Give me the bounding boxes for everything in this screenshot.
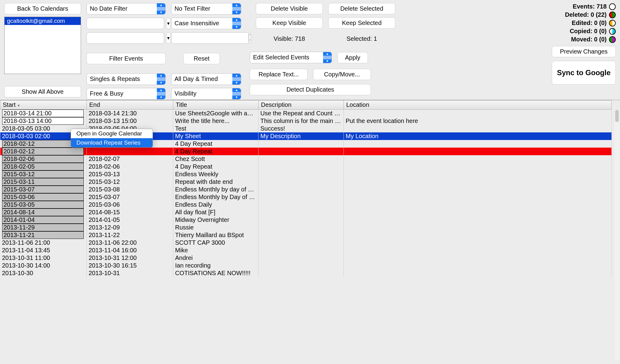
cell-title[interactable]: Write the title here... xyxy=(173,117,259,125)
cell-start[interactable]: 2015-03-07 xyxy=(0,186,87,193)
cell-title[interactable]: Endless Monthly by day of week xyxy=(173,186,259,193)
cell-end[interactable]: 2015-03-12 xyxy=(87,178,173,186)
stepper-icon[interactable]: ˄˅ xyxy=(249,32,251,44)
calendar-listbox[interactable]: gcaltoolkit@gmail.com xyxy=(4,17,81,74)
cell-start[interactable]: 2013-11-04 13:45 xyxy=(0,247,87,254)
cell-location[interactable] xyxy=(344,239,612,247)
table-row[interactable]: 2015-03-052015-03-06Endless Daily xyxy=(0,201,612,208)
cell-end[interactable]: 2018-03-14 21:30 xyxy=(87,110,173,117)
table-row[interactable]: 2015-03-122015-03-13Endless Weekly xyxy=(0,170,612,178)
table-row[interactable]: 2013-11-212013-11-22Thierry Maillard au … xyxy=(0,231,612,239)
cell-title[interactable]: Test xyxy=(173,125,259,132)
cell-title[interactable]: All day float [F] xyxy=(173,208,259,216)
text-filter-select[interactable]: No Text Filter ▲▼ xyxy=(171,3,241,15)
events-table[interactable]: Start▼ End Title Description Location 20… xyxy=(0,100,612,277)
cell-title[interactable]: Midway Overnighter xyxy=(173,216,259,224)
cell-title[interactable]: SCOTT CAP 3000 xyxy=(173,239,259,247)
cell-start[interactable]: 2013-10-30 xyxy=(0,269,87,277)
cell-description[interactable]: My Description xyxy=(259,132,344,140)
cell-title[interactable]: Thierry Maillard au BSpot xyxy=(173,231,259,239)
cell-description[interactable] xyxy=(259,140,344,148)
cell-location[interactable] xyxy=(344,140,612,148)
cell-description[interactable] xyxy=(259,216,344,224)
delete-visible-button[interactable]: Delete Visible xyxy=(256,3,323,14)
cell-location[interactable]: My Location xyxy=(344,132,612,140)
cell-end[interactable]: 2015-03-07 xyxy=(87,193,173,201)
cell-description[interactable]: This column is for the main des... xyxy=(259,117,344,125)
cell-start[interactable]: 2018-03-14 21:00 xyxy=(0,110,87,117)
keep-selected-button[interactable]: Keep Selected xyxy=(328,17,395,29)
table-row[interactable]: 2013-10-30 14:002013-10-30 16:15Ian reco… xyxy=(0,262,612,269)
cell-description[interactable] xyxy=(259,148,344,155)
cell-description[interactable] xyxy=(259,155,344,163)
cell-title[interactable]: 4 Day Repeat xyxy=(173,140,259,148)
cell-start[interactable]: 2013-11-29 xyxy=(0,224,87,231)
cell-start[interactable]: 2018-02-12 xyxy=(0,148,87,155)
col-end[interactable]: End xyxy=(87,100,173,110)
cell-title[interactable]: Ian recording xyxy=(173,262,259,269)
cell-end[interactable]: 2018-02-06 xyxy=(87,163,173,170)
cell-description[interactable] xyxy=(259,193,344,201)
cell-description[interactable] xyxy=(259,239,344,247)
calendar-item[interactable]: gcaltoolkit@gmail.com xyxy=(5,17,81,25)
cell-description[interactable] xyxy=(259,269,344,277)
free-busy-select[interactable]: Free & Busy ▲▼ xyxy=(86,88,166,100)
cell-end[interactable]: 2013-10-30 16:15 xyxy=(87,262,173,269)
cell-end[interactable]: 2015-03-08 xyxy=(87,186,173,193)
cell-title[interactable]: My Sheet xyxy=(173,132,259,140)
preview-changes-button[interactable]: Preview Changes xyxy=(552,46,616,57)
cell-location[interactable] xyxy=(344,170,612,178)
cell-start[interactable]: 2015-03-06 xyxy=(0,193,87,201)
table-row[interactable]: 2013-11-06 21:002013-11-06 22:00SCOTT CA… xyxy=(0,239,612,247)
keep-visible-button[interactable]: Keep Visible xyxy=(256,17,323,29)
cell-title[interactable]: COTISATIONS AE NOW!!!!! xyxy=(173,269,259,277)
cell-end[interactable]: 2018-02-07 xyxy=(87,155,173,163)
cell-end[interactable]: 2015-03-13 xyxy=(87,170,173,178)
cell-location[interactable] xyxy=(344,178,612,186)
cell-description[interactable]: Success! xyxy=(259,125,344,132)
case-select[interactable]: Case Insensitive ▲▼ xyxy=(171,18,241,29)
cell-location[interactable] xyxy=(344,186,612,193)
cell-location[interactable]: Put the event location here xyxy=(344,117,612,125)
cell-end[interactable]: 2014-08-15 xyxy=(87,208,173,216)
table-row[interactable]: 2018-02-062018-02-07Chez Scott xyxy=(0,155,612,163)
apply-button[interactable]: Apply xyxy=(337,52,368,63)
table-row[interactable]: 2018-03-14 21:002018-03-14 21:30Use Shee… xyxy=(0,110,612,117)
cell-location[interactable] xyxy=(344,110,612,117)
date-filter-select[interactable]: No Date Filter ▲▼ xyxy=(86,3,166,15)
visibility-select[interactable]: Visibility ▲▼ xyxy=(171,88,241,100)
cell-end[interactable] xyxy=(87,148,173,155)
show-all-above-button[interactable]: Show All Above xyxy=(4,86,81,97)
cell-start[interactable]: 2013-11-06 21:00 xyxy=(0,239,87,247)
cell-end[interactable]: 2013-10-31 12:00 xyxy=(87,254,173,262)
cell-description[interactable] xyxy=(259,208,344,216)
cell-description[interactable] xyxy=(259,178,344,186)
cell-start[interactable]: 2015-03-05 xyxy=(0,201,87,208)
singles-repeats-select[interactable]: Singles & Repeats ▲▼ xyxy=(86,73,166,85)
cell-description[interactable] xyxy=(259,231,344,239)
cell-location[interactable] xyxy=(344,193,612,201)
cell-location[interactable] xyxy=(344,247,612,254)
cell-description[interactable] xyxy=(259,163,344,170)
cell-start[interactable]: 2018-02-06 xyxy=(0,155,87,163)
cell-location[interactable] xyxy=(344,201,612,208)
cell-location[interactable] xyxy=(344,155,612,163)
scrollbar-thumb[interactable] xyxy=(615,110,619,122)
cell-start[interactable]: 2014-08-14 xyxy=(0,208,87,216)
cell-start[interactable]: 2015-03-11 xyxy=(0,178,87,186)
cell-end[interactable]: 2015-03-06 xyxy=(87,201,173,208)
cell-title[interactable]: Mike xyxy=(173,247,259,254)
replace-text-button[interactable]: Replace Text... xyxy=(250,69,308,80)
col-location[interactable]: Location xyxy=(344,100,612,110)
table-row[interactable]: 2015-03-112015-03-12Repeat with date end xyxy=(0,178,612,186)
cell-end[interactable]: 2018-03-13 15:00 xyxy=(87,117,173,125)
cell-description[interactable] xyxy=(259,262,344,269)
menu-open-in-gcal[interactable]: Open in Google Calendar xyxy=(71,129,153,138)
cell-title[interactable]: Use Sheets2Google with any sp... xyxy=(173,110,259,117)
back-to-calendars-button[interactable]: Back To Calendars xyxy=(4,3,81,14)
table-row[interactable]: 2013-10-302013-10-31COTISATIONS AE NOW!!… xyxy=(0,269,612,277)
table-row[interactable]: 2018-03-13 14:002018-03-13 15:00Write th… xyxy=(0,117,612,125)
table-row[interactable]: 2013-10-31 11:002013-10-31 12:00Andrei xyxy=(0,254,612,262)
cell-location[interactable] xyxy=(344,163,612,170)
table-row[interactable]: 2014-01-042014-01-05Midway Overnighter xyxy=(0,216,612,224)
